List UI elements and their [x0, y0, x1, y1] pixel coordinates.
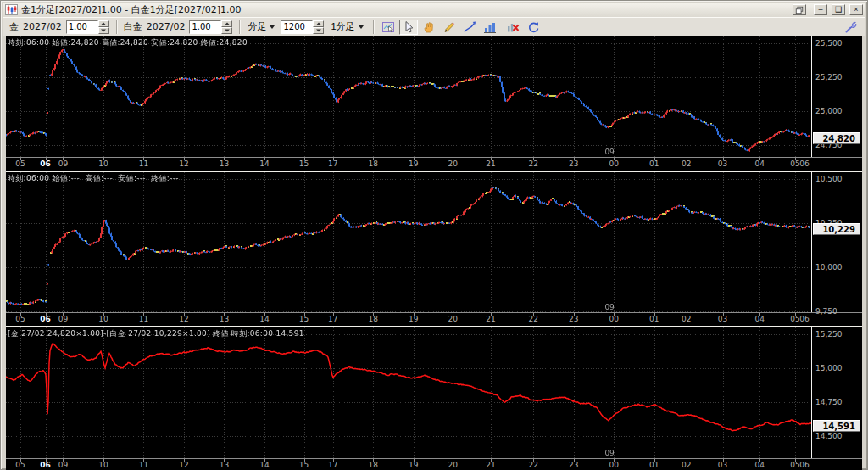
y-axis-label: 10,000 [815, 263, 843, 271]
delete-drawings-button[interactable] [504, 20, 522, 35]
bar-count-up-button[interactable] [313, 20, 324, 27]
bar-count-spinner [281, 20, 324, 34]
time-axis-label: 17 [328, 461, 337, 469]
time-axis-label: 03 [718, 461, 727, 469]
refresh-button[interactable] [524, 20, 542, 35]
refresh-icon [526, 20, 540, 34]
current-price-box: 24,820 [813, 132, 860, 144]
gold-multiplier-down-button[interactable] [98, 27, 109, 34]
time-axis-label: 00 [609, 159, 619, 168]
time-axis-label: 22 [529, 315, 538, 323]
spread-price-axis[interactable]: 15,25015,00014,75014,50014,591 [812, 327, 862, 458]
time-axis-label: 01 [649, 315, 659, 323]
time-axis-label: 20 [448, 315, 458, 323]
y-axis-label: 15,250 [815, 330, 843, 339]
time-axis-label: 12 [179, 159, 188, 168]
time-axis-label: 01 [649, 159, 659, 168]
minimize-button[interactable]: – [814, 4, 827, 15]
title-bar[interactable]: 金1分足[2027/02]1.00 - 白金1分足[2027/02]1.00 –… [3, 3, 865, 17]
time-axis-label: 09 [58, 461, 68, 469]
chevron-down-icon [270, 25, 275, 29]
time-axis-label: 18 [368, 461, 377, 469]
y-axis-label: 14,500 [815, 432, 843, 440]
chart-info-line: [金 27/02 24,820×1.00]-[白金 27/02 10,229×1… [8, 328, 304, 339]
platinum-plot-area: 時刻:06:00 始値:--- 高値:--- 安値:--- 終値:--- 09 [6, 172, 812, 312]
time-axis-label: 06 [799, 315, 809, 323]
gold-price-axis[interactable]: 25,50025,25025,00024,75024,820 [812, 36, 862, 157]
maximize-button[interactable]: ❑ [832, 4, 845, 15]
y-axis-label: 25,500 [815, 39, 843, 48]
time-axis-label: 23 [569, 461, 578, 469]
chart-info-line: 時刻:06:00 始値:24,820 高値:24,820 安値:24,820 終… [8, 37, 248, 48]
time-axis-label: 10 [98, 461, 108, 469]
gold-contract-month: 2027/02 [23, 21, 62, 32]
gold-multiplier-input[interactable] [66, 20, 98, 34]
quill-curve-icon [463, 20, 476, 34]
time-axis-label: 15 [299, 159, 309, 168]
platinum-multiplier-up-button[interactable] [221, 20, 232, 27]
date-label: 09 [604, 148, 614, 156]
bar-count-input[interactable] [281, 20, 313, 34]
spread-line-chart[interactable] [6, 327, 811, 458]
period-type-dropdown[interactable]: 分足 [244, 20, 278, 34]
y-axis-label: 9,750 [815, 307, 837, 316]
platinum-price-axis[interactable]: 10,50010,25010,0009,75010,229 [812, 172, 862, 312]
settings-button[interactable] [842, 20, 860, 35]
time-axis-label: 05 [790, 461, 799, 469]
y-axis-label: 25,000 [815, 107, 843, 115]
time-axis-label: 04 [754, 461, 764, 469]
curve-tool-button[interactable] [460, 20, 479, 35]
interval-dropdown[interactable]: 1分足 [327, 20, 366, 34]
platinum-multiplier-input[interactable] [189, 20, 221, 34]
time-axis-label: 22 [529, 159, 538, 168]
time-axis-label: 10 [98, 159, 108, 168]
gold-plot-area: 時刻:06:00 始値:24,820 高値:24,820 安値:24,820 終… [6, 36, 812, 157]
platinum-candlestick-chart[interactable] [6, 172, 811, 312]
spread-time-axis[interactable]: 0506091011121314151718192021222300010203… [6, 458, 862, 470]
cascade-windows-button[interactable] [793, 4, 806, 15]
platinum-multiplier-spinner [189, 20, 232, 34]
hand-icon [422, 20, 436, 34]
pan-tool-button[interactable] [420, 20, 438, 35]
current-price-box: 14,591 [813, 420, 860, 432]
time-tick [810, 313, 810, 316]
gold-multiplier-spinner [66, 20, 109, 34]
toolbar-separator [239, 20, 241, 34]
time-axis-label: 17 [328, 315, 337, 323]
time-axis-label: 03 [718, 159, 727, 168]
time-axis-label: 01 [649, 461, 659, 469]
time-axis-label: 12 [179, 461, 188, 469]
time-axis-label: 11 [139, 461, 148, 469]
pencil-icon [442, 20, 456, 34]
gold-multiplier-up-button[interactable] [98, 20, 109, 27]
platinum-contract-month: 2027/02 [147, 21, 186, 32]
time-axis-label: 02 [682, 315, 691, 323]
gold-symbol-label: 金 [9, 20, 19, 33]
gold-time-axis[interactable]: 0506091011121314151718192021222300010203… [6, 157, 862, 171]
select-tool-button[interactable] [399, 20, 418, 35]
time-axis-label: 04 [754, 159, 764, 168]
platinum-multiplier-down-button[interactable] [221, 27, 232, 34]
time-axis-label: 13 [220, 159, 229, 168]
gold-candlestick-chart[interactable] [6, 36, 811, 157]
time-axis-label: 23 [569, 159, 578, 168]
platinum-chart-panel: 時刻:06:00 始値:--- 高値:--- 安値:--- 終値:--- 09 … [6, 172, 862, 326]
chevron-down-icon [359, 25, 364, 29]
chart-type-button[interactable] [481, 20, 499, 35]
spread-plot-area: [金 27/02 24,820×1.00]-[白金 27/02 10,229×1… [6, 327, 812, 458]
pencil-tool-button[interactable] [440, 20, 459, 35]
gold-chart-panel: 時刻:06:00 始値:24,820 高値:24,820 安値:24,820 終… [6, 36, 862, 171]
time-axis-label: 15 [299, 461, 309, 469]
close-button[interactable]: × [849, 4, 863, 15]
platinum-symbol-label: 白金 [124, 20, 142, 33]
time-axis-label: 18 [368, 315, 377, 323]
time-axis-label: 04 [754, 315, 764, 323]
time-axis-label: 06 [40, 461, 51, 469]
platinum-time-axis[interactable]: 0506091011121314151718192021222300010203… [6, 312, 862, 326]
time-axis-label: 05 [790, 159, 799, 168]
time-axis-label: 10 [98, 315, 108, 323]
chart-cursor-tool-icon [381, 20, 395, 34]
time-axis-label: 21 [486, 461, 495, 469]
chart-cursor-tool-button[interactable] [379, 20, 398, 35]
bar-count-down-button[interactable] [313, 27, 324, 34]
